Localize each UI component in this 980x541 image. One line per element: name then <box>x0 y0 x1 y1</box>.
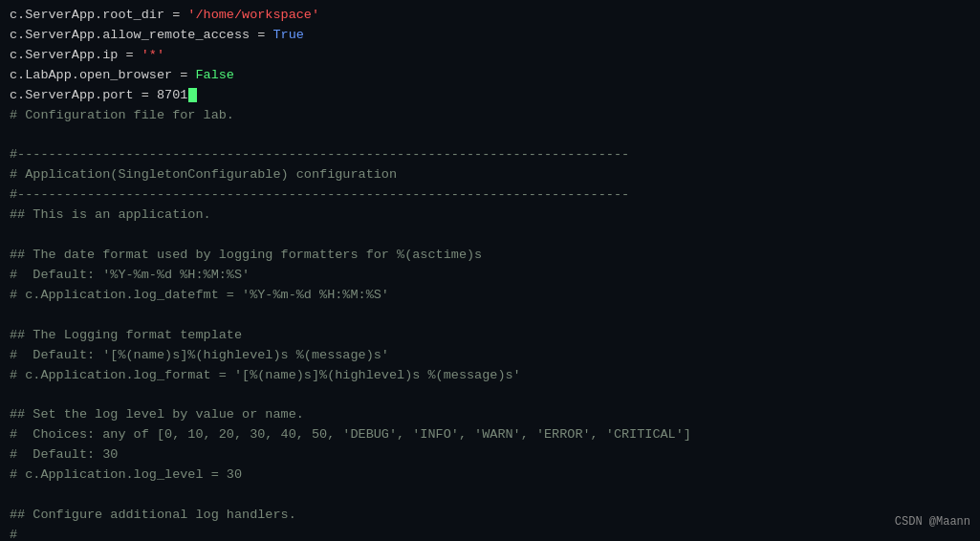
code-line: ## The Logging format template <box>10 326 970 346</box>
code-line: # c.Application.log_format = '[%(name)s]… <box>10 366 970 386</box>
code-line: ## This is an application. <box>10 206 970 226</box>
code-token: ## Set the log level by value or name. <box>10 407 304 422</box>
code-token: # c.Application.log_datefmt = '%Y-%m-%d … <box>10 288 389 302</box>
code-token: #---------------------------------------… <box>10 187 629 202</box>
code-token: # Default: '%Y-%m-%d %H:%M:%S' <box>10 268 250 282</box>
code-token: c.ServerApp.port = <box>10 88 157 102</box>
code-token: # c.Application.log_format = '[%(name)s]… <box>10 368 521 382</box>
code-line: c.LabApp.open_browser = False <box>10 66 970 86</box>
code-line: ## Configure additional log handlers. <box>10 506 970 526</box>
code-line: # c.Application.log_level = 30 <box>10 465 970 486</box>
code-token: c.ServerApp.ip = <box>10 48 142 62</box>
code-token: '/home/workspace' <box>187 8 319 22</box>
code-line <box>10 306 970 326</box>
terminal-window: c.ServerApp.root_dir = '/home/workspace'… <box>0 0 980 541</box>
code-token: c.LabApp.open_browser = <box>10 68 195 82</box>
code-line: # Choices: any of [0, 10, 20, 30, 40, 50… <box>10 425 970 445</box>
code-line: # Application(SingletonConfigurable) con… <box>10 165 970 185</box>
code-line: # Default: 30 <box>10 445 970 465</box>
code-token: # Configuration file for lab. <box>10 108 234 122</box>
code-line: ## The date format used by logging forma… <box>10 246 970 266</box>
code-token: 8701 <box>157 88 187 102</box>
code-token: ## The date format used by logging forma… <box>10 248 482 262</box>
code-token: # Choices: any of [0, 10, 20, 30, 40, 50… <box>10 427 691 442</box>
code-line: ## Set the log level by value or name. <box>10 405 970 425</box>
code-token: # Application(SingletonConfigurable) con… <box>10 167 397 182</box>
code-line <box>10 226 970 246</box>
code-token: # Default: 30 <box>10 447 118 462</box>
code-line <box>10 486 970 506</box>
text-cursor <box>188 88 197 102</box>
code-token: # Default: '[%(name)s]%(highlevel)s %(me… <box>10 348 389 362</box>
code-line: # c.Application.log_datefmt = '%Y-%m-%d … <box>10 286 970 306</box>
code-token: ## Configure additional log handlers. <box>10 508 296 522</box>
code-line: #---------------------------------------… <box>10 185 970 206</box>
code-content: c.ServerApp.root_dir = '/home/workspace'… <box>10 6 970 541</box>
code-token: '*' <box>142 48 164 62</box>
code-line: # Configuration file for lab. <box>10 106 970 126</box>
code-token: ## This is an application. <box>10 207 211 222</box>
code-line: c.ServerApp.ip = '*' <box>10 46 970 66</box>
code-line: # Default: '%Y-%m-%d %H:%M:%S' <box>10 266 970 286</box>
code-token: c.ServerApp.root_dir = <box>10 8 187 22</box>
code-line: c.ServerApp.port = 8701 <box>10 86 970 106</box>
watermark-label: CSDN @Maann <box>895 513 970 531</box>
code-token: c.ServerApp.allow_remote_access = <box>10 28 272 42</box>
code-token: ## The Logging format template <box>10 328 242 342</box>
code-token: # <box>10 528 17 541</box>
code-line <box>10 126 970 146</box>
code-token: # c.Application.log_level = 30 <box>10 467 242 482</box>
code-line: #---------------------------------------… <box>10 145 970 165</box>
code-line: c.ServerApp.allow_remote_access = True <box>10 26 970 46</box>
code-token: True <box>272 28 303 42</box>
code-line: c.ServerApp.root_dir = '/home/workspace' <box>10 6 970 26</box>
code-token: False <box>195 68 234 82</box>
code-line: # Default: '[%(name)s]%(highlevel)s %(me… <box>10 346 970 366</box>
code-line <box>10 386 970 406</box>
code-token: #---------------------------------------… <box>10 147 629 162</box>
code-line: # <box>10 526 970 541</box>
